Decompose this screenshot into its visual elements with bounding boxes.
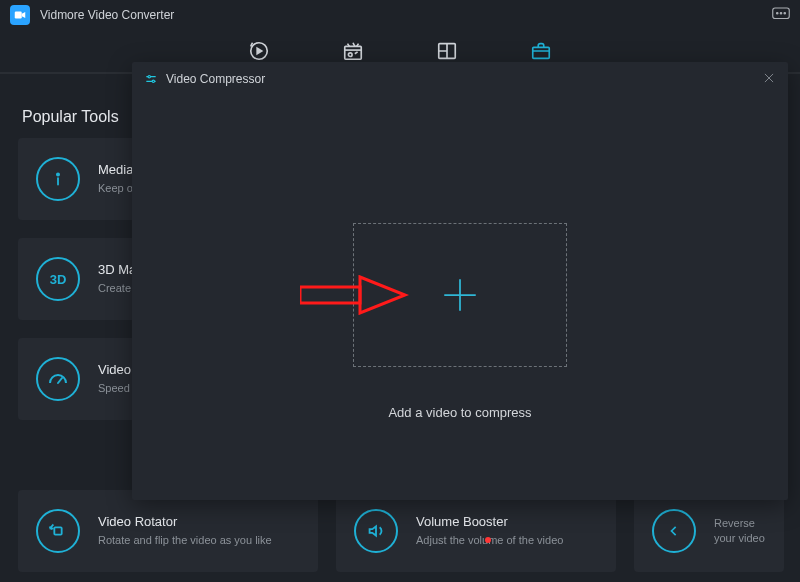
volume-icon (354, 509, 398, 553)
plus-icon (439, 274, 481, 316)
tab-converter[interactable] (248, 40, 270, 62)
svg-rect-11 (54, 527, 61, 534)
card-title: Video Rotator (98, 514, 272, 529)
add-video-dropzone[interactable] (353, 223, 567, 367)
tab-toolbox[interactable] (530, 40, 552, 62)
card-title: Volume Booster (416, 514, 563, 529)
app-logo-icon (10, 5, 30, 25)
svg-point-2 (777, 12, 779, 14)
svg-point-10 (57, 173, 59, 175)
sliders-icon (144, 72, 158, 86)
app-title: Vidmore Video Converter (40, 8, 174, 22)
speed-icon (36, 357, 80, 401)
card-desc: Reverse your video (714, 516, 766, 547)
reverse-icon (652, 509, 696, 553)
video-compressor-modal: Video Compressor Add a video to compress (132, 62, 788, 500)
modal-header: Video Compressor (132, 62, 788, 96)
titlebar: Vidmore Video Converter (0, 0, 800, 30)
svg-point-12 (148, 76, 150, 78)
indicator-dot (485, 537, 491, 543)
close-icon[interactable] (762, 71, 776, 88)
tool-card-reverser[interactable]: Reverse your video (634, 490, 784, 572)
chat-icon[interactable] (772, 7, 790, 24)
tab-collage[interactable] (436, 40, 458, 62)
tool-card-rotator[interactable]: Video Rotator Rotate and flip the video … (18, 490, 318, 572)
svg-point-7 (348, 53, 352, 57)
svg-rect-6 (345, 46, 362, 59)
rotate-icon (36, 509, 80, 553)
svg-point-13 (152, 80, 154, 82)
3d-icon: 3D (36, 257, 80, 301)
svg-point-3 (780, 12, 782, 14)
dropzone-label: Add a video to compress (132, 405, 788, 420)
svg-rect-0 (15, 12, 22, 19)
svg-rect-9 (533, 47, 550, 58)
tool-card-volume[interactable]: Volume Booster Adjust the volume of the … (336, 490, 616, 572)
svg-point-4 (784, 12, 786, 14)
info-icon (36, 157, 80, 201)
card-desc: Rotate and flip the video as you like (98, 533, 272, 548)
modal-title: Video Compressor (166, 72, 265, 86)
tab-mv[interactable] (342, 40, 364, 62)
